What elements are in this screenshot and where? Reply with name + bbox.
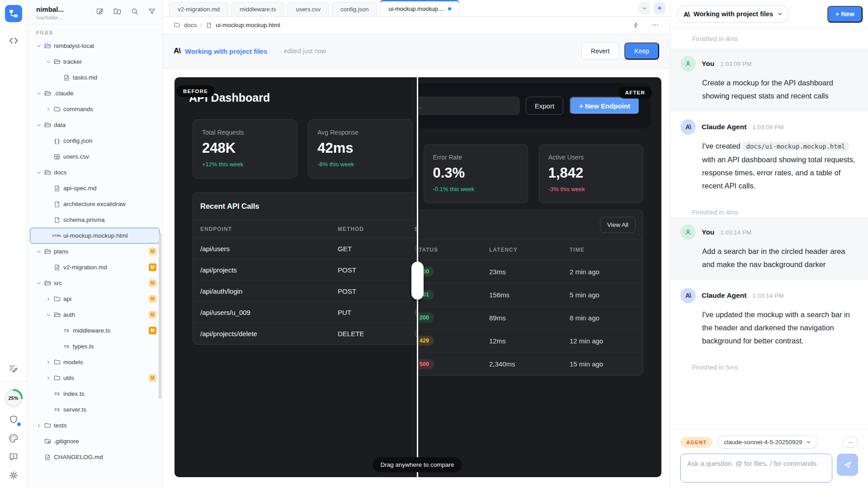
file-path-chip[interactable]: docs/ui-mockup.mockup.html: [742, 142, 849, 151]
tree-item-auth[interactable]: authM: [30, 307, 160, 323]
chevron-right-icon[interactable]: [44, 107, 52, 112]
tree-item-docs[interactable]: docs: [30, 164, 160, 180]
tree-item-changelog-md[interactable]: CHANGELOG.md: [30, 449, 160, 465]
chevron-down-icon[interactable]: [35, 91, 42, 96]
revert-button[interactable]: Revert: [581, 42, 619, 60]
folder-open-purple-icon: [42, 42, 52, 50]
tree-item-api[interactable]: apiM: [30, 291, 160, 307]
tab-middleware-ts[interactable]: middleware.ts: [231, 2, 284, 16]
code-icon[interactable]: [9, 36, 19, 46]
tree-item-users-csv[interactable]: users.csv: [30, 149, 160, 164]
tree-item-models[interactable]: models: [30, 354, 160, 370]
tab-v2-migration-md[interactable]: v2-migration.md: [169, 2, 228, 16]
tree-item-middleware-ts[interactable]: TSmiddleware.tsM: [30, 323, 160, 338]
breadcrumb-actions: [632, 21, 659, 29]
more-icon[interactable]: [651, 21, 659, 29]
mode-selector[interactable]: A\ Working with project files: [677, 5, 789, 23]
composer-more-button[interactable]: --: [843, 436, 858, 448]
tree-item-label: ui-mockup.mockup.html: [63, 232, 128, 239]
filter-icon[interactable]: [148, 7, 156, 16]
tree-item-src[interactable]: srcM: [30, 275, 160, 291]
tree-item-schema-prisma[interactable]: schema.prisma: [30, 212, 160, 228]
composer-input-row: Ask a question. @ for files. / for comma…: [680, 454, 858, 483]
chat-input[interactable]: Ask a question. @ for files. / for comma…: [680, 454, 832, 483]
explorer-scrollbar[interactable]: [159, 233, 161, 399]
app-logo[interactable]: [5, 5, 22, 22]
user-avatar: [680, 56, 696, 71]
tree-item-nimbalyst-local[interactable]: nimbalyst-local: [30, 38, 160, 54]
search-icon[interactable]: [131, 7, 139, 16]
cell-method: DELETE: [338, 330, 415, 338]
chat-messages[interactable]: Finished in 4msYou1:03:09 PMCreate a moc…: [670, 28, 868, 430]
column-header-method: METHOD: [338, 226, 415, 232]
chevron-down-icon[interactable]: [35, 170, 42, 175]
keep-button[interactable]: Keep: [624, 42, 659, 60]
compare-handle[interactable]: [411, 262, 424, 300]
new-tab-button[interactable]: +: [654, 2, 665, 14]
chevron-right-icon[interactable]: [44, 360, 52, 365]
chat-panel: A\ Working with project files + New Fini…: [670, 0, 868, 488]
stat-value: 0.3%: [433, 165, 519, 181]
tree-item-server-ts[interactable]: TSserver.ts: [30, 402, 160, 418]
stat-value: 248K: [202, 140, 288, 156]
breadcrumb-file[interactable]: ui-mockup.mockup.html: [216, 22, 280, 28]
new-chat-button[interactable]: + New: [827, 6, 863, 23]
cell-endpoint: /api/users: [200, 245, 338, 253]
chevron-right-icon[interactable]: [44, 375, 52, 381]
agent-avatar: A\: [680, 288, 696, 303]
folder-open-icon: [42, 279, 52, 287]
new-endpoint-button[interactable]: + New Endpoint: [570, 97, 640, 115]
progress-ring[interactable]: 25%: [4, 389, 23, 408]
composer-controls: AGENT claude-sonnet-4-5-20250929 --: [680, 436, 858, 449]
tree-item-index-ts[interactable]: TSindex.ts: [30, 386, 160, 402]
folder-gear-icon: [42, 437, 52, 445]
tree-item-types-ts[interactable]: TStypes.ts: [30, 338, 160, 354]
file-ts-icon: TS: [61, 344, 71, 349]
tree-item-tasks-md[interactable]: tasks.md: [30, 70, 160, 85]
chevron-down-icon[interactable]: [35, 281, 42, 286]
feedback-icon[interactable]: [8, 451, 19, 463]
tree-item-tracker[interactable]: tracker: [30, 54, 160, 70]
bolt-icon[interactable]: [632, 22, 640, 29]
breadcrumb-folder[interactable]: docs: [184, 22, 197, 28]
tab-overflow-button[interactable]: [638, 2, 650, 14]
palette-icon[interactable]: [8, 432, 19, 444]
tree-item-label: config.json: [63, 137, 93, 144]
chevron-down-icon[interactable]: [35, 43, 42, 49]
chevron-right-icon[interactable]: [35, 423, 42, 428]
chevron-down-icon[interactable]: [44, 59, 52, 65]
tree-item-data[interactable]: data: [30, 117, 160, 133]
model-selector[interactable]: claude-sonnet-4-5-20250929: [717, 436, 817, 449]
notes-edit-icon[interactable]: [8, 363, 19, 375]
tree-item-api-spec-md[interactable]: api-spec.md: [30, 180, 160, 196]
tree-item-architecture-excalidraw[interactable]: architecture.excalidraw: [30, 196, 160, 212]
tree-item-config-json[interactable]: { }config.json: [30, 133, 160, 149]
tab-config-json[interactable]: config.json: [332, 2, 377, 16]
chevron-down-icon[interactable]: [44, 312, 52, 318]
tab-ui-mockup-mockup-[interactable]: ui-mockup.mockup....: [380, 0, 460, 16]
view-all-button[interactable]: View All: [600, 217, 636, 233]
tree-item-ui-mockup-mockup-html[interactable]: HTMLui-mockup.mockup.html: [30, 228, 160, 244]
tree-item-label: data: [54, 122, 66, 128]
shield-icon[interactable]: [8, 414, 19, 426]
chevron-down-icon[interactable]: [35, 249, 42, 254]
tree-item--claude[interactable]: .claude: [30, 85, 160, 101]
tab-users-csv[interactable]: users.csv: [287, 2, 329, 16]
tree-item-commands[interactable]: commands: [30, 101, 160, 117]
chevron-right-icon[interactable]: [44, 296, 52, 302]
compose-icon[interactable]: [96, 7, 104, 16]
tree-item-label: tracker: [63, 58, 82, 65]
tree-item-tests[interactable]: tests: [30, 418, 160, 433]
send-button[interactable]: [837, 454, 858, 476]
new-folder-icon[interactable]: [113, 7, 122, 16]
tree-item-utils[interactable]: utilsM: [30, 370, 160, 386]
export-button[interactable]: Export: [526, 97, 563, 115]
folder-open-icon: [52, 58, 62, 66]
tree-item-plans[interactable]: plansM: [30, 244, 160, 259]
unsaved-dot: [448, 7, 451, 10]
tree-item-v2-migration-md[interactable]: v2-migration.mdM: [30, 259, 160, 275]
gear-icon[interactable]: [8, 469, 19, 481]
chevron-down-icon[interactable]: [35, 122, 42, 128]
explorer-header: nimbal... /var/folder...: [27, 0, 162, 24]
tree-item--gitignore[interactable]: .gitignore: [30, 433, 160, 449]
